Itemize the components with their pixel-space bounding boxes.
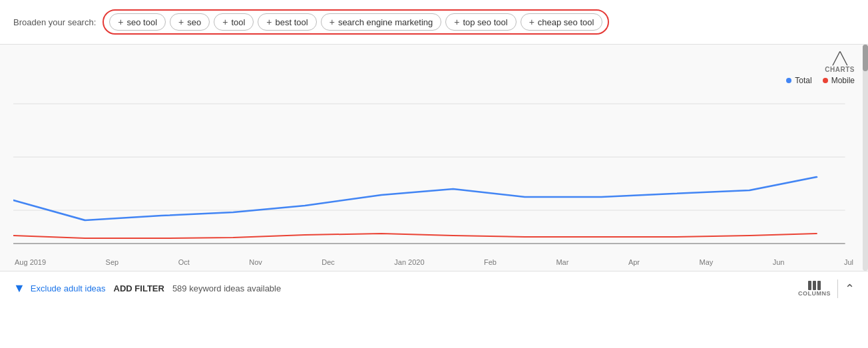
chart-legend: Total Mobile (13, 76, 855, 85)
x-label: Nov (249, 258, 262, 266)
bottom-right: COLUMNS ⌃ (798, 279, 855, 298)
chart-header: ╱╲ CHARTS (13, 51, 855, 73)
legend-dot-total (786, 78, 791, 83)
x-label: Aug 2019 (15, 258, 46, 266)
chip-seo-tool[interactable]: +seo tool (109, 13, 166, 31)
legend-total: Total (786, 76, 811, 85)
x-label: Dec (322, 258, 335, 266)
columns-label: COLUMNS (798, 290, 831, 297)
x-label: Feb (484, 258, 497, 266)
columns-button[interactable]: COLUMNS (798, 281, 831, 297)
keyword-count: 589 keyword ideas available (172, 283, 281, 293)
charts-icon: ╱╲ (833, 51, 847, 66)
x-label: May (699, 258, 713, 266)
collapse-button[interactable]: ⌃ (845, 281, 855, 296)
broaden-section: Broaden your search: +seo tool+seo+tool+… (0, 0, 868, 45)
chip-search-engine-marketing[interactable]: +search engine marketing (321, 13, 442, 31)
vertical-divider (837, 279, 838, 298)
x-label: Mar (556, 258, 568, 266)
x-label: Jul (844, 258, 853, 266)
chip-seo[interactable]: +seo (170, 13, 210, 31)
legend-mobile: Mobile (823, 76, 855, 85)
plus-icon: + (454, 17, 459, 27)
exclude-adult-link[interactable]: Exclude adult ideas (31, 283, 106, 293)
chart-area: 50K 25K 0 (13, 90, 855, 257)
x-label: Jun (773, 258, 785, 266)
plus-icon: + (329, 17, 335, 27)
legend-label-mobile: Mobile (831, 76, 855, 85)
plus-icon: + (118, 17, 123, 27)
chip-tool[interactable]: +tool (214, 13, 254, 31)
x-label: Jan 2020 (394, 258, 424, 266)
plus-icon: + (529, 17, 535, 27)
x-label: Oct (178, 258, 190, 266)
plus-icon: + (222, 17, 228, 27)
x-label: Apr (628, 258, 640, 266)
chart-svg: 50K 25K 0 (13, 90, 855, 257)
charts-button[interactable]: ╱╲ CHARTS (825, 51, 855, 73)
broaden-label: Broaden your search: (13, 17, 96, 27)
chart-scrollbar-thumb (863, 45, 868, 71)
legend-dot-mobile (823, 78, 828, 83)
charts-label: CHARTS (825, 66, 855, 73)
plus-icon: + (178, 17, 184, 27)
broaden-chips-wrapper: +seo tool+seo+tool+best tool+search engi… (103, 9, 609, 35)
plus-icon: + (266, 17, 272, 27)
chip-cheap-seo-tool[interactable]: +cheap seo tool (521, 13, 603, 31)
x-label: Sep (106, 258, 119, 266)
legend-label-total: Total (795, 76, 811, 85)
add-filter-button[interactable]: ADD FILTER (114, 283, 164, 293)
bottom-bar: ▼ Exclude adult ideas ADD FILTER 589 key… (0, 271, 868, 305)
chip-top-seo-tool[interactable]: +top seo tool (445, 13, 516, 31)
chart-section: ╱╲ CHARTS Total Mobile 50K 25K 0 Aug 201… (0, 45, 868, 271)
columns-icon (808, 281, 821, 290)
chart-scrollbar[interactable] (863, 45, 868, 271)
filter-icon: ▼ (13, 281, 25, 295)
chip-best-tool[interactable]: +best tool (258, 13, 316, 31)
